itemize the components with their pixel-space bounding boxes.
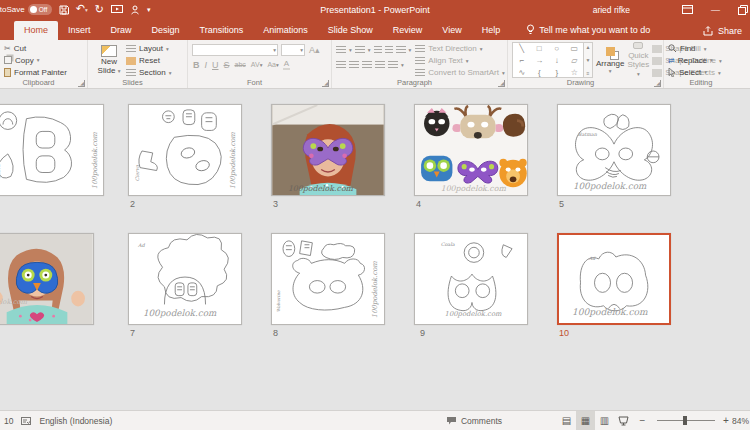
text-direction-icon [415,45,425,53]
replace-button[interactable]: ⇄ Replace▾ [668,54,745,66]
drawing-dialog-launcher[interactable]: ◢ [654,80,661,87]
comments-button[interactable]: Comments [446,416,502,426]
tab-design[interactable]: Design [142,21,190,40]
section-label: Section [139,68,166,77]
zoom-in-button[interactable]: + [720,411,732,430]
ribbon-display-options-icon[interactable] [682,5,693,14]
spellcheck-icon[interactable] [21,416,31,426]
decrease-indent-icon[interactable] [374,46,382,54]
slide-thumbnail-3[interactable]: 100podelok.com [271,104,385,196]
grow-font-button[interactable]: A▴ [308,45,321,55]
section-button[interactable]: Section▾ [126,67,171,78]
slide-thumbnail-10[interactable]: Ad 100podelok.com [557,233,671,325]
copy-button[interactable]: Copy▾ [4,54,84,66]
bullets-icon[interactable] [336,46,346,54]
slide-sorter-view-button[interactable]: ▦ [576,411,595,430]
underline-button[interactable]: U [211,60,220,70]
italic-button[interactable]: I [204,60,209,70]
slide-sorter-canvas[interactable]: Cebra 100podelok.com 1 Ciervo 100podelok… [0,90,750,410]
normal-view-button[interactable]: ▤ [557,411,576,430]
slide-thumbnail-8[interactable]: Wolverine 100podelok.com [271,233,385,325]
justify-icon[interactable] [375,61,385,69]
account-name[interactable]: aried rifke [593,0,630,19]
share-button[interactable]: Share [703,26,742,36]
tab-draw[interactable]: Draw [101,21,142,40]
zoom-out-button[interactable]: − [633,411,652,430]
cut-button[interactable]: ✂Cut [4,42,84,54]
numbering-icon[interactable] [355,46,365,54]
tab-slideshow[interactable]: Slide Show [318,21,383,40]
font-size-combo[interactable]: ▾ [281,44,305,56]
svg-text:Ad: Ad [588,256,596,261]
shape-glyph[interactable]: ▱ [566,55,584,67]
tab-view[interactable]: View [432,21,471,40]
text-shadow-button[interactable]: abc [234,61,247,68]
quick-styles-button[interactable]: Quick Styles ▾ [627,42,649,78]
select-label: Select [679,68,701,77]
slide-thumbnail-1[interactable]: Cebra 100podelok.com [0,104,104,196]
shapes-gallery[interactable]: ╲ □ ○ ▭ ⌐ → ↓ ▱ ∿ { } ☆ [512,42,584,78]
clipboard-dialog-launcher[interactable]: ◢ [78,80,85,87]
slide-thumbnail-7[interactable]: Ad 100podelok.com [128,233,242,325]
bold-button[interactable]: B [192,60,201,70]
shape-glyph[interactable]: □ [531,43,549,55]
strikethrough-button[interactable]: S [223,60,231,70]
smartart-label: Convert to SmartArt [428,68,499,77]
align-left-icon[interactable] [336,61,346,69]
shape-glyph[interactable]: ⌐ [513,55,531,67]
arrange-button[interactable]: Arrange ▾ [596,42,624,78]
slide-thumbnail-5[interactable]: Batman 100podelok.com [557,104,671,196]
align-right-icon[interactable] [362,61,372,69]
section-icon [126,69,136,77]
tab-animations[interactable]: Animations [253,21,318,40]
language-indicator[interactable]: English (Indonesia) [39,416,112,426]
font-dialog-launcher[interactable]: ◢ [322,80,329,87]
minimize-button[interactable]: — [711,5,720,15]
slide-thumbnail-9[interactable]: Coala 100podelok.com [414,233,528,325]
increase-indent-icon[interactable] [385,46,393,54]
slideshow-view-button[interactable] [614,411,633,430]
font-name-combo[interactable]: ▾ [192,44,278,56]
slide-thumbnail-2[interactable]: Ciervo 100podelok.com [128,104,242,196]
shape-glyph[interactable]: ╲ [513,43,531,55]
line-spacing-icon[interactable] [396,46,406,54]
columns-icon[interactable] [388,61,398,69]
shape-glyph[interactable]: ↓ [548,55,566,67]
layout-button[interactable]: Layout▾ [126,43,171,54]
tell-me-box[interactable]: Tell me what you want to do [526,24,650,40]
slide-number-4: 4 [416,199,421,209]
new-slide-button[interactable]: New Slide ▾ [92,42,126,78]
tab-home[interactable]: Home [14,21,58,40]
reading-view-button[interactable]: ▥ [595,411,614,430]
shape-glyph[interactable]: → [531,55,549,67]
zoom-percentage[interactable]: 84% [732,416,750,426]
tab-transitions[interactable]: Transitions [190,21,254,40]
quick-styles-icon [633,42,643,49]
format-painter-icon [4,68,11,77]
restore-button[interactable] [738,5,748,15]
slide-number-9: 9 [420,328,425,338]
tab-insert[interactable]: Insert [58,21,101,40]
paragraph-dialog-launcher[interactable]: ◢ [498,80,505,87]
reset-button[interactable]: Reset [126,55,171,66]
tab-help[interactable]: Help [472,21,511,40]
find-button[interactable]: Find [668,42,745,54]
align-center-icon[interactable] [349,61,359,69]
svg-text:Wolverine: Wolverine [276,290,281,312]
shape-glyph[interactable]: ○ [548,43,566,55]
align-text-button[interactable]: Align Text▾ [415,55,504,66]
convert-smartart-button[interactable]: Convert to SmartArt▾ [415,67,504,78]
select-button[interactable]: Select▾ [668,66,745,78]
zoom-slider-thumb[interactable] [683,416,687,425]
change-case-button[interactable]: Aa▾ [266,61,279,68]
slide-thumbnail-4[interactable]: 100podelok.com [414,104,528,196]
format-painter-button[interactable]: Format Painter [4,66,84,78]
shape-glyph[interactable]: ▭ [566,43,584,55]
text-direction-button[interactable]: Text Direction▾ [415,43,504,54]
zoom-slider[interactable] [657,420,715,421]
shapes-gallery-scrollbar[interactable]: ▲▼≡ [584,42,593,78]
font-color-button[interactable]: A [283,59,290,70]
character-spacing-button[interactable]: AV▾ [250,61,264,68]
tab-review[interactable]: Review [383,21,433,40]
slide-thumbnail-6[interactable]: podelok.com [0,233,94,325]
